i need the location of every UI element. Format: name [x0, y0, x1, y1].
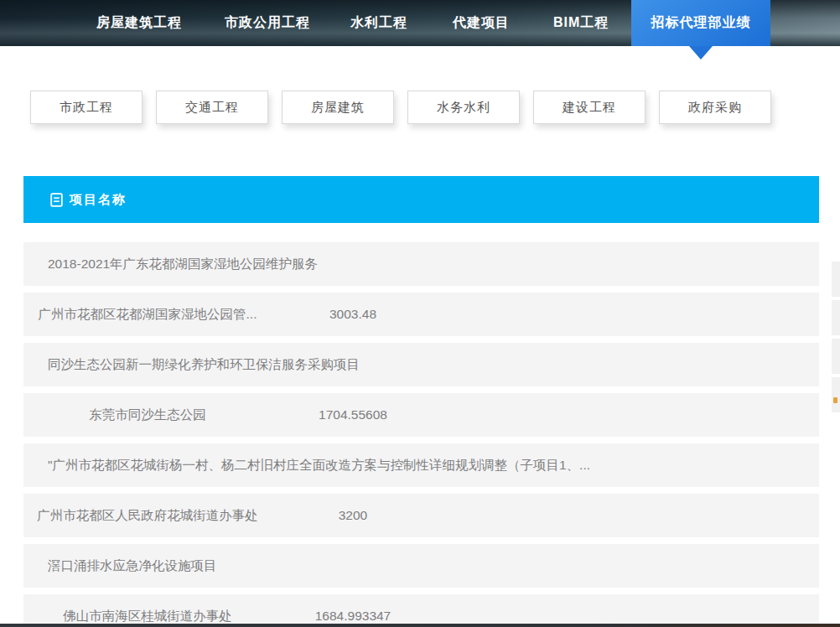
- table-row[interactable]: 滘口涌排水应急净化设施项目: [23, 544, 819, 588]
- side-widget-marker-icon: [833, 397, 837, 403]
- filter-button-1[interactable]: 交通工程: [156, 91, 268, 124]
- side-widget-button-2[interactable]: [832, 339, 840, 374]
- active-tab-arrow: [689, 46, 713, 60]
- project-amount: 3003.48: [295, 307, 411, 322]
- filter-bar: 市政工程交通工程房屋建筑水务水利建设工程政府采购: [0, 91, 840, 127]
- table-row[interactable]: 广州市花都区花都湖国家湿地公园管...3003.48: [23, 293, 819, 336]
- filter-button-5[interactable]: 政府采购: [659, 91, 771, 124]
- table-row[interactable]: 广州市花都区人民政府花城街道办事处3200: [23, 494, 819, 537]
- nav-item-2[interactable]: 水利工程: [350, 0, 407, 46]
- project-name: 2018-2021年广东花都湖国家湿地公园维护服务: [48, 256, 318, 273]
- filter-button-4[interactable]: 建设工程: [533, 91, 646, 124]
- project-amount: 1684.993347: [295, 609, 411, 624]
- side-widget-button-0[interactable]: [832, 262, 840, 297]
- filter-button-3[interactable]: 水务水利: [407, 91, 520, 124]
- table-row[interactable]: 佛山市南海区桂城街道办事处1684.993347: [23, 594, 819, 627]
- project-table: 2018-2021年广东花都湖国家湿地公园维护服务广州市花都区花都湖国家湿地公园…: [23, 242, 819, 627]
- project-name: 滘口涌排水应急净化设施项目: [48, 557, 217, 575]
- table-header: 项目名称: [23, 176, 819, 223]
- project-amount: 3200: [295, 508, 411, 523]
- table-row[interactable]: 2018-2021年广东花都湖国家湿地公园维护服务: [23, 242, 819, 286]
- nav-item-3[interactable]: 代建项目: [453, 0, 510, 46]
- project-owner: 广州市花都区人民政府花城街道办事处: [0, 507, 295, 525]
- table-row[interactable]: "广州市花都区花城街杨一村、杨二村旧村庄全面改造方案与控制性详细规划调整（子项目…: [23, 443, 819, 487]
- filter-button-2[interactable]: 房屋建筑: [282, 91, 394, 124]
- project-owner: 佛山市南海区桂城街道办事处: [0, 608, 295, 625]
- table-row[interactable]: 同沙生态公园新一期绿化养护和环卫保洁服务采购项目: [23, 343, 819, 386]
- table-row[interactable]: 东莞市同沙生态公园1704.55608: [23, 393, 819, 437]
- top-navigation: 房屋建筑工程市政公用工程水利工程代建项目BIM工程 招标代理部业绩: [0, 0, 840, 46]
- nav-item-4[interactable]: BIM工程: [553, 0, 609, 46]
- side-widget-button-1[interactable]: [832, 300, 840, 335]
- floating-side-widget: [832, 262, 840, 416]
- project-amount: 1704.55608: [295, 407, 411, 422]
- table-header-label: 项目名称: [70, 192, 127, 208]
- nav-item-0[interactable]: 房屋建筑工程: [96, 0, 182, 46]
- side-widget-button-3[interactable]: [832, 377, 840, 412]
- nav-item-active[interactable]: 招标代理部业绩: [631, 0, 770, 46]
- footer-edge: [0, 624, 840, 627]
- nav-item-1[interactable]: 市政公用工程: [225, 0, 310, 46]
- project-name: "广州市花都区花城街杨一村、杨二村旧村庄全面改造方案与控制性详细规划调整（子项目…: [48, 457, 590, 474]
- project-owner: 广州市花都区花都湖国家湿地公园管...: [0, 306, 295, 324]
- project-name: 同沙生态公园新一期绿化养护和环卫保洁服务采购项目: [48, 356, 360, 374]
- project-owner: 东莞市同沙生态公园: [0, 407, 295, 424]
- filter-button-0[interactable]: 市政工程: [30, 91, 143, 124]
- document-icon: [50, 193, 63, 207]
- nav-active-label: 招标代理部业绩: [651, 14, 751, 32]
